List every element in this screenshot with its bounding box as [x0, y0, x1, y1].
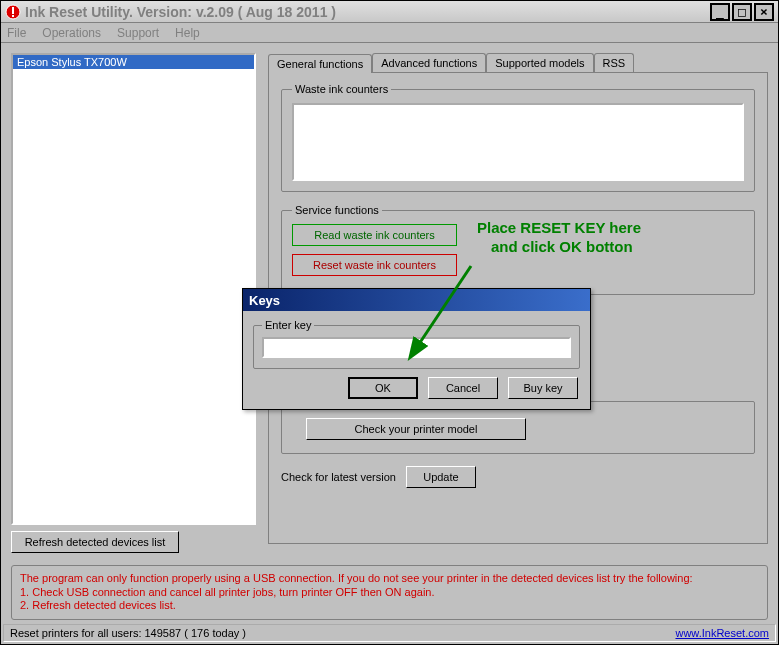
- tab-general-functions[interactable]: General functions: [268, 54, 372, 73]
- menu-file[interactable]: File: [7, 26, 26, 40]
- cancel-button[interactable]: Cancel: [428, 377, 498, 399]
- enter-key-group: Enter key: [253, 319, 580, 369]
- waste-ink-legend: Waste ink counters: [292, 83, 391, 95]
- warning-panel: The program can only function properly u…: [11, 565, 768, 620]
- window-controls: _ □ ×: [710, 3, 774, 21]
- waste-ink-textarea[interactable]: [292, 103, 744, 181]
- titlebar: Ink Reset Utility. Version: v.2.09 ( Aug…: [1, 1, 778, 23]
- statusbar: Reset printers for all users: 149587 ( 1…: [3, 624, 776, 642]
- menu-operations[interactable]: Operations: [42, 26, 101, 40]
- warning-line-1: The program can only function properly u…: [20, 572, 759, 586]
- read-waste-ink-button[interactable]: Read waste ink counters: [292, 224, 457, 246]
- tab-rss[interactable]: RSS: [594, 53, 635, 72]
- tab-bar: General functions Advanced functions Sup…: [268, 53, 768, 72]
- tab-advanced-functions[interactable]: Advanced functions: [372, 53, 486, 72]
- close-button[interactable]: ×: [754, 3, 774, 21]
- menubar: File Operations Support Help: [1, 23, 778, 43]
- device-list[interactable]: Epson Stylus TX700W: [11, 53, 256, 525]
- minimize-button[interactable]: _: [710, 3, 730, 21]
- maximize-button[interactable]: □: [732, 3, 752, 21]
- update-button[interactable]: Update: [406, 466, 476, 488]
- svg-rect-1: [12, 7, 14, 14]
- status-link[interactable]: www.InkReset.com: [675, 627, 769, 639]
- menu-help[interactable]: Help: [175, 26, 200, 40]
- tab-supported-models[interactable]: Supported models: [486, 53, 593, 72]
- service-functions-group: Service functions Read waste ink counter…: [281, 204, 755, 295]
- buy-key-button[interactable]: Buy key: [508, 377, 578, 399]
- check-latest-label: Check for latest version: [281, 471, 396, 483]
- window-title: Ink Reset Utility. Version: v.2.09 ( Aug…: [25, 4, 710, 20]
- warning-line-2: 1. Check USB connection and cancel all p…: [20, 586, 759, 600]
- status-text: Reset printers for all users: 149587 ( 1…: [10, 627, 246, 639]
- menu-support[interactable]: Support: [117, 26, 159, 40]
- waste-ink-group: Waste ink counters: [281, 83, 755, 192]
- enter-key-legend: Enter key: [262, 319, 314, 331]
- reset-key-input[interactable]: [262, 337, 571, 358]
- check-latest-row: Check for latest version Update: [281, 466, 755, 488]
- reset-waste-ink-button[interactable]: Reset waste ink counters: [292, 254, 457, 276]
- check-printer-model-button[interactable]: Check your printer model: [306, 418, 526, 440]
- ok-button[interactable]: OK: [348, 377, 418, 399]
- svg-rect-2: [12, 15, 14, 17]
- refresh-devices-button[interactable]: Refresh detected devices list: [11, 531, 179, 553]
- keys-dialog-title[interactable]: Keys: [243, 289, 590, 311]
- device-item-selected[interactable]: Epson Stylus TX700W: [13, 55, 254, 69]
- service-functions-legend: Service functions: [292, 204, 382, 216]
- app-icon: [5, 4, 21, 20]
- main-window: Ink Reset Utility. Version: v.2.09 ( Aug…: [0, 0, 779, 645]
- warning-line-3: 2. Refresh detected devices list.: [20, 599, 759, 613]
- keys-dialog: Keys Enter key OK Cancel Buy key: [242, 288, 591, 410]
